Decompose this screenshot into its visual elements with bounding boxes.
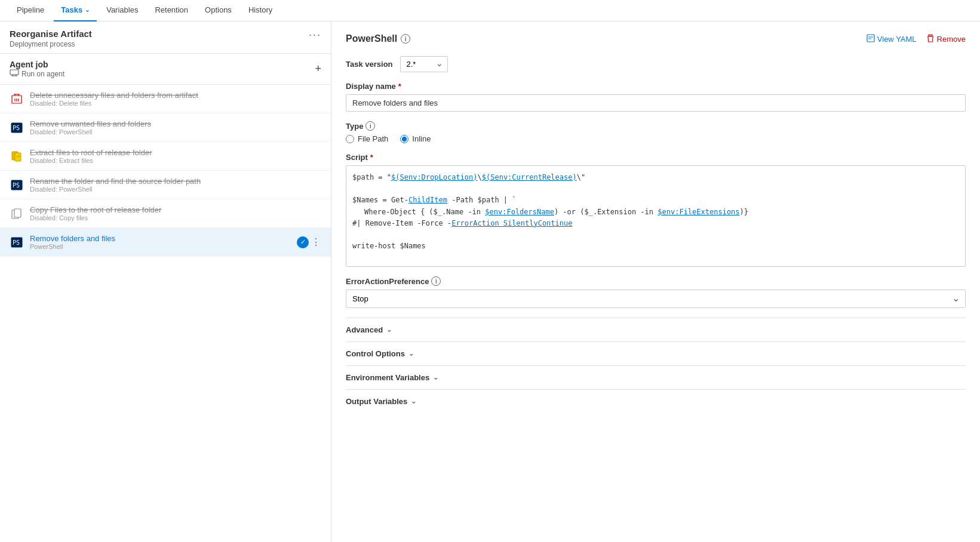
view-yaml-link[interactable]: View YAML xyxy=(867,34,917,44)
script-line-4: #| Remove-Item -Force -ErrorAction Silen… xyxy=(352,218,959,229)
script-line-2: $Names = Get-ChildItem -Path $path | ` xyxy=(352,195,959,206)
task-item[interactable]: Extract files to root of release folder … xyxy=(0,142,331,171)
pipeline-info: Reorganise Artifact Deployment process xyxy=(10,29,92,48)
agent-job-title: Agent job xyxy=(10,60,64,69)
powershell-icon: PS xyxy=(10,235,24,250)
type-group: Type i File Path Inline xyxy=(346,121,966,143)
agent-job-details: Agent job Run on agent xyxy=(10,60,64,78)
agent-job-header: Agent job Run on agent xyxy=(0,54,331,85)
display-name-label: Display name * xyxy=(346,82,966,91)
task-name: Copy Files to the root of release folder xyxy=(30,205,321,214)
nav-options[interactable]: Options xyxy=(198,0,239,21)
nav-variables[interactable]: Variables xyxy=(99,0,145,21)
type-label: Type i xyxy=(346,121,966,131)
environment-variables-header: Environment Variables ⌄ xyxy=(346,373,966,382)
right-panel-actions: View YAML Remove xyxy=(867,34,966,44)
script-editor[interactable]: $path = "$(Senv:DropLocation)\$(Senv:Cur… xyxy=(346,165,966,267)
advanced-section[interactable]: Advanced ⌄ xyxy=(346,318,966,341)
agent-job-info: Agent job Run on agent xyxy=(10,60,64,78)
copy-icon xyxy=(10,207,24,221)
right-panel-header: PowerShell i View YAML xyxy=(346,33,966,44)
inline-label: Inline xyxy=(412,134,431,143)
task-item[interactable]: Copy Files to the root of release folder… xyxy=(0,199,331,228)
task-info: Extract files to root of release folder … xyxy=(30,148,321,164)
svg-text:PS: PS xyxy=(13,239,20,246)
more-options-button[interactable]: ··· xyxy=(309,29,321,41)
pipeline-subtitle: Deployment process xyxy=(10,40,92,48)
inline-radio[interactable] xyxy=(400,135,408,143)
remove-link[interactable]: Remove xyxy=(926,34,966,44)
task-item[interactable]: PS Rename the folder and find the source… xyxy=(0,171,331,199)
pipeline-title: Reorganise Artifact xyxy=(10,29,92,39)
nav-retention[interactable]: Retention xyxy=(148,0,195,21)
output-variables-header: Output Variables ⌄ xyxy=(346,397,966,406)
powershell-icon: PS xyxy=(10,178,24,192)
svg-rect-19 xyxy=(14,209,21,217)
nav-pipeline[interactable]: Pipeline xyxy=(10,0,51,21)
task-item[interactable]: PS Remove unwanted files and folders Dis… xyxy=(0,113,331,142)
erroraction-info-icon[interactable]: i xyxy=(431,276,441,286)
advanced-label: Advanced xyxy=(346,325,383,334)
task-sub: Disabled: PowerShell xyxy=(30,186,321,193)
dropLocation-var: $(Senv:DropLocation) xyxy=(391,173,478,181)
svg-rect-0 xyxy=(10,70,19,75)
erroraction-group: ErrorActionPreference i Stop Continue Si… xyxy=(346,276,966,308)
tasks-chevron-icon: ⌄ xyxy=(85,7,90,13)
task-list: Delete unnecessary files and folders fro… xyxy=(0,85,331,542)
output-variables-chevron-icon: ⌄ xyxy=(411,398,416,405)
environment-variables-chevron-icon: ⌄ xyxy=(433,374,438,381)
display-name-input[interactable] xyxy=(346,94,966,112)
task-item-active[interactable]: PS Remove folders and files PowerShell ✓… xyxy=(0,228,331,257)
svg-rect-25 xyxy=(929,35,932,36)
task-more-button[interactable]: ⋮ xyxy=(311,236,321,248)
task-version-label: Task version xyxy=(346,60,393,69)
script-required: * xyxy=(370,153,373,162)
control-options-section[interactable]: Control Options ⌄ xyxy=(346,341,966,365)
task-name: Remove unwanted files and folders xyxy=(30,119,321,128)
task-item[interactable]: Delete unnecessary files and folders fro… xyxy=(0,85,331,113)
display-name-group: Display name * xyxy=(346,82,966,112)
nav-history[interactable]: History xyxy=(241,0,279,21)
output-variables-section[interactable]: Output Variables ⌄ xyxy=(346,389,966,413)
task-sub: PowerShell xyxy=(30,243,291,250)
required-indicator: * xyxy=(398,82,401,91)
task-check-icon: ✓ xyxy=(297,236,309,248)
main-layout: Reorganise Artifact Deployment process ·… xyxy=(0,21,980,542)
task-sub: Disabled: PowerShell xyxy=(30,128,321,136)
childItem-link: ChildItem xyxy=(408,196,447,204)
script-group: Script * $path = "$(Senv:DropLocation)\$… xyxy=(346,153,966,267)
add-task-button[interactable]: + xyxy=(315,63,321,75)
powershell-icon: PS xyxy=(10,121,24,135)
type-inline-option[interactable]: Inline xyxy=(400,134,431,143)
type-filepath-option[interactable]: File Path xyxy=(346,134,388,143)
task-sub: Disabled: Delete files xyxy=(30,100,321,107)
script-line-blank2 xyxy=(352,229,959,241)
script-line-blank xyxy=(352,183,959,195)
extract-icon xyxy=(10,149,24,164)
powershell-info-icon[interactable]: i xyxy=(401,34,410,44)
task-info: Remove folders and files PowerShell xyxy=(30,234,291,250)
svg-rect-22 xyxy=(867,35,874,42)
erroraction-select[interactable]: Stop Continue SilentlyContinue xyxy=(346,290,966,308)
type-info-icon[interactable]: i xyxy=(365,121,375,131)
advanced-header: Advanced ⌄ xyxy=(346,325,966,334)
task-info: Remove unwanted files and folders Disabl… xyxy=(30,119,321,136)
task-item-actions: ✓ ⋮ xyxy=(297,236,321,248)
task-info: Copy Files to the root of release folder… xyxy=(30,205,321,221)
agent-icon xyxy=(10,69,19,78)
erroraction-dropdown-wrap: Stop Continue SilentlyContinue xyxy=(346,290,966,308)
task-sub: Disabled: Extract files xyxy=(30,157,321,164)
script-line-5: write-host $Names xyxy=(352,241,959,252)
task-name: Delete unnecessary files and folders fro… xyxy=(30,91,321,100)
left-panel-header: Reorganise Artifact Deployment process ·… xyxy=(0,21,331,54)
output-variables-label: Output Variables xyxy=(346,397,407,406)
control-options-chevron-icon: ⌄ xyxy=(408,350,414,358)
task-version-select-wrap: 2.* 1.* xyxy=(400,56,448,72)
environment-variables-section[interactable]: Environment Variables ⌄ xyxy=(346,365,966,389)
agent-job-subtitle: Run on agent xyxy=(10,69,64,78)
filepath-radio[interactable] xyxy=(346,135,354,143)
task-version-select[interactable]: 2.* 1.* xyxy=(400,56,448,72)
nav-tasks[interactable]: Tasks ⌄ xyxy=(54,0,97,21)
control-options-label: Control Options xyxy=(346,349,405,358)
right-panel: PowerShell i View YAML xyxy=(331,21,980,542)
